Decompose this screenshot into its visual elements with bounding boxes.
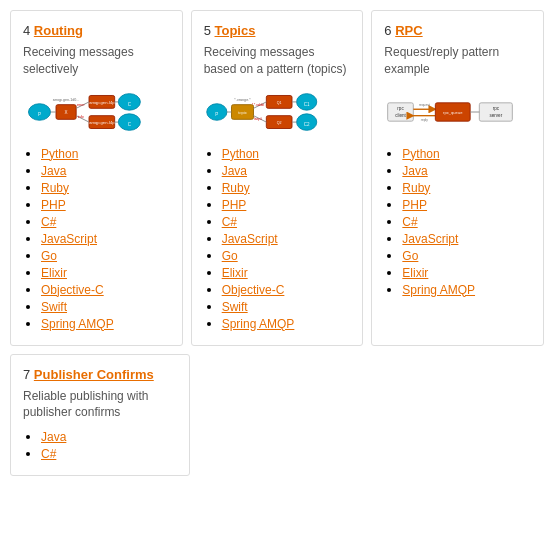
- card-topics-title: 5 Topics: [204, 23, 351, 38]
- svg-text:client: client: [395, 112, 406, 117]
- list-item: PHP: [402, 197, 531, 212]
- list-item: Go: [402, 248, 531, 263]
- link-python[interactable]: Python: [41, 147, 78, 161]
- card-publisher-confirms-links: Java C#: [23, 429, 177, 461]
- link-go[interactable]: Go: [222, 249, 238, 263]
- list-item: Objective-C: [41, 282, 170, 297]
- link-python[interactable]: Python: [402, 147, 439, 161]
- svg-text:amqp.gen-I4p: amqp.gen-I4p: [89, 99, 115, 104]
- link-csharp[interactable]: C#: [41, 215, 56, 229]
- link-swift[interactable]: Swift: [222, 300, 248, 314]
- link-python[interactable]: Python: [222, 147, 259, 161]
- card-topics-link[interactable]: Topics: [215, 23, 256, 38]
- link-csharp[interactable]: C#: [222, 215, 237, 229]
- svg-text:*.*.rabbit: *.*.rabbit: [252, 103, 264, 107]
- svg-text:C1: C1: [303, 101, 309, 106]
- list-item: C#: [222, 214, 351, 229]
- card-rpc-links: Python Java Ruby PHP C# JavaScript Go El…: [384, 146, 531, 297]
- svg-text:rpc_queue: rpc_queue: [443, 109, 463, 114]
- svg-text:rpc: rpc: [493, 106, 500, 111]
- list-item: Spring AMQP: [41, 316, 170, 331]
- list-item: Elixir: [222, 265, 351, 280]
- card-topics-diagram: P topic *.orange.* Q1 Q2 *.*.rabbit lazy…: [204, 86, 351, 138]
- svg-text:rpc: rpc: [398, 106, 405, 111]
- list-item: Swift: [222, 299, 351, 314]
- list-item: Swift: [41, 299, 170, 314]
- list-item: Go: [41, 248, 170, 263]
- list-item: Java: [402, 163, 531, 178]
- card-routing-link[interactable]: Routing: [34, 23, 83, 38]
- card-publisher-confirms-link[interactable]: Publisher Confirms: [34, 367, 154, 382]
- list-item: C#: [41, 214, 170, 229]
- card-routing-title: 4 Routing: [23, 23, 170, 38]
- card-rpc-diagram: rpc client rpc_queue rpc server request …: [384, 86, 531, 138]
- list-item: Python: [222, 146, 351, 161]
- svg-text:P: P: [215, 111, 218, 116]
- link-swift[interactable]: Swift: [41, 300, 67, 314]
- card-topics-links: Python Java Ruby PHP C# JavaScript Go El…: [204, 146, 351, 331]
- list-item: JavaScript: [402, 231, 531, 246]
- link-elixir[interactable]: Elixir: [402, 266, 428, 280]
- link-ruby[interactable]: Ruby: [402, 181, 430, 195]
- list-item: Ruby: [402, 180, 531, 195]
- card-topics: 5 Topics Receiving messages based on a p…: [191, 10, 364, 346]
- link-ruby[interactable]: Ruby: [41, 181, 69, 195]
- card-rpc-title: 6 RPC: [384, 23, 531, 38]
- list-item: C#: [402, 214, 531, 229]
- card-routing-desc: Receiving messages selectively: [23, 44, 170, 78]
- link-spring[interactable]: Spring AMQP: [222, 317, 295, 331]
- list-item: JavaScript: [222, 231, 351, 246]
- top-row: 4 Routing Receiving messages selectively…: [10, 10, 544, 346]
- link-js[interactable]: JavaScript: [41, 232, 97, 246]
- list-item: Ruby: [41, 180, 170, 195]
- link-java[interactable]: Java: [222, 164, 247, 178]
- svg-text:amqp.gen-I4p: amqp.gen-I4p: [89, 120, 115, 125]
- list-item: Ruby: [222, 180, 351, 195]
- svg-text:info: info: [78, 115, 84, 119]
- svg-text:reply: reply: [421, 118, 428, 122]
- bottom-row: 7 Publisher Confirms Reliable publishing…: [10, 354, 544, 477]
- list-item: PHP: [222, 197, 351, 212]
- list-item: Elixir: [41, 265, 170, 280]
- list-item: Objective-C: [222, 282, 351, 297]
- link-java[interactable]: Java: [402, 164, 427, 178]
- link-js[interactable]: JavaScript: [222, 232, 278, 246]
- link-php[interactable]: PHP: [402, 198, 427, 212]
- link-js[interactable]: JavaScript: [402, 232, 458, 246]
- list-item: Spring AMQP: [222, 316, 351, 331]
- card-rpc: 6 RPC Request/reply pattern example rpc …: [371, 10, 544, 346]
- list-item: Go: [222, 248, 351, 263]
- svg-text:amqp.gen-1d0...: amqp.gen-1d0...: [53, 98, 80, 102]
- link-elixir[interactable]: Elixir: [41, 266, 67, 280]
- list-item: Java: [41, 163, 170, 178]
- link-spring[interactable]: Spring AMQP: [41, 317, 114, 331]
- list-item: Spring AMQP: [402, 282, 531, 297]
- card-publisher-confirms-title: 7 Publisher Confirms: [23, 367, 177, 382]
- link-spring[interactable]: Spring AMQP: [402, 283, 475, 297]
- svg-text:X: X: [65, 109, 68, 114]
- svg-text:server: server: [490, 112, 503, 117]
- svg-text:*.orange.*: *.orange.*: [234, 98, 251, 102]
- link-go[interactable]: Go: [41, 249, 57, 263]
- svg-text:C2: C2: [303, 121, 309, 126]
- card-routing-links: Python Java Ruby PHP C# JavaScript Go El…: [23, 146, 170, 331]
- link-php[interactable]: PHP: [41, 198, 66, 212]
- link-php[interactable]: PHP: [222, 198, 247, 212]
- link-csharp[interactable]: C#: [41, 447, 56, 461]
- svg-text:lazy.#: lazy.#: [254, 117, 262, 121]
- list-item: Elixir: [402, 265, 531, 280]
- link-java[interactable]: Java: [41, 430, 66, 444]
- link-java[interactable]: Java: [41, 164, 66, 178]
- list-item: Java: [41, 429, 177, 444]
- link-csharp[interactable]: C#: [402, 215, 417, 229]
- link-objc[interactable]: Objective-C: [41, 283, 104, 297]
- link-ruby[interactable]: Ruby: [222, 181, 250, 195]
- link-objc[interactable]: Objective-C: [222, 283, 285, 297]
- card-rpc-link[interactable]: RPC: [395, 23, 422, 38]
- list-item: Python: [41, 146, 170, 161]
- card-publisher-confirms-desc: Reliable publishing with publisher confi…: [23, 388, 177, 422]
- link-go[interactable]: Go: [402, 249, 418, 263]
- link-elixir[interactable]: Elixir: [222, 266, 248, 280]
- card-routing-diagram: P X amqp.gen-1d0... amqp.gen-I4p amqp.ge…: [23, 86, 170, 138]
- list-item: C#: [41, 446, 177, 461]
